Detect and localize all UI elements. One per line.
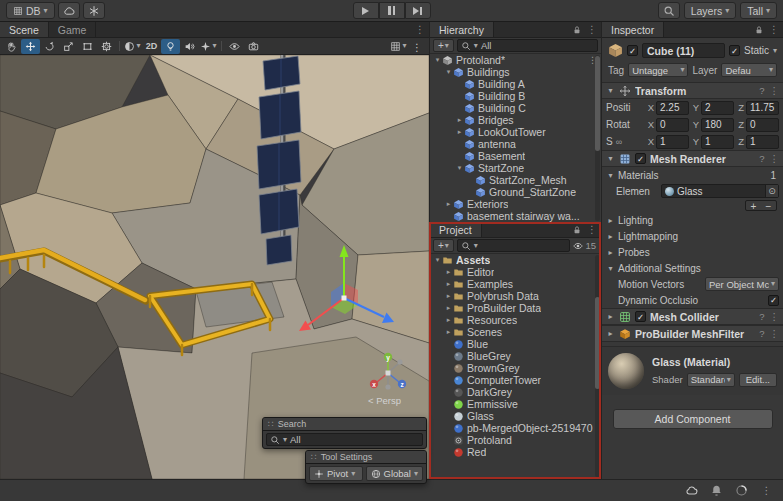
foldout-arrow[interactable]: ▸: [444, 268, 453, 276]
project-item-scenes[interactable]: ▸Scenes: [430, 326, 601, 338]
component-menu-icon[interactable]: ⋮: [770, 328, 780, 339]
rect-tool-icon[interactable]: [78, 39, 97, 54]
hierarchy-item-basement-stairway-wa[interactable]: basement stairway wa...: [430, 210, 601, 222]
shader-dropdown[interactable]: Standard▾: [687, 373, 735, 387]
static-checkbox[interactable]: [729, 45, 740, 56]
position-z-field[interactable]: 11.75: [746, 101, 779, 115]
foldout-arrow[interactable]: ▸: [606, 312, 615, 321]
foldout-arrow[interactable]: ▸: [444, 328, 453, 336]
project-item-darkgrey[interactable]: DarkGrey: [430, 386, 601, 398]
foldout-arrow[interactable]: ▾: [444, 68, 453, 76]
lighting-foldout[interactable]: ▸Lighting: [602, 212, 783, 228]
tab-game[interactable]: Game: [49, 22, 97, 37]
status-menu-icon[interactable]: ⋮: [760, 484, 773, 497]
gizmos-toggle-icon[interactable]: ▾: [389, 39, 408, 54]
rotate-tool-icon[interactable]: [40, 39, 59, 54]
effects-toggle-icon[interactable]: ▾: [199, 39, 218, 54]
rotation-y-field[interactable]: 180: [701, 118, 734, 132]
hidden-items-count[interactable]: 15: [573, 240, 598, 251]
audio-toggle-icon[interactable]: [180, 39, 199, 54]
scale-tool-icon[interactable]: [59, 39, 78, 54]
project-scrollbar[interactable]: [595, 255, 600, 477]
scene-search-field[interactable]: ▾ All: [266, 433, 423, 446]
rotation-z-field[interactable]: 0: [746, 118, 779, 132]
tab-project[interactable]: Project: [430, 222, 482, 237]
component-menu-icon[interactable]: ⋮: [770, 85, 780, 96]
hierarchy-item-startzone[interactable]: ▾StartZone: [430, 162, 601, 174]
tab-inspector[interactable]: Inspector: [602, 22, 664, 37]
tab-scene[interactable]: Scene: [0, 22, 49, 37]
edit-shader-button[interactable]: Edit...: [739, 373, 777, 387]
remove-material-button[interactable]: −: [761, 201, 776, 212]
add-component-button[interactable]: Add Component: [613, 409, 773, 429]
tag-dropdown[interactable]: Untagge▾: [628, 63, 688, 77]
search-button[interactable]: [658, 2, 680, 19]
component-menu-icon[interactable]: ⋮: [770, 153, 780, 164]
project-item-probuilder-data[interactable]: ▸ProBuilder Data: [430, 302, 601, 314]
panel-menu-icon[interactable]: ⋮: [587, 224, 597, 235]
mesh-renderer-header[interactable]: ▾ Mesh Renderer ?⋮: [602, 150, 783, 167]
layer-dropdown[interactable]: Defau▾: [721, 63, 777, 77]
scene-visibility-icon[interactable]: [225, 39, 244, 54]
foldout-arrow[interactable]: ▾: [455, 164, 464, 172]
panel-menu-icon[interactable]: ⋮: [415, 24, 425, 35]
project-item-computertower[interactable]: ComputerTower: [430, 374, 601, 386]
static-flags-caret[interactable]: ▾: [773, 47, 777, 55]
foldout-arrow[interactable]: ▸: [455, 128, 464, 136]
project-item-red[interactable]: Red: [430, 446, 601, 458]
scene-menu-icon[interactable]: ⋮: [408, 39, 427, 54]
panel-menu-icon[interactable]: ⋮: [587, 24, 597, 35]
project-item-assets[interactable]: ▾Assets: [430, 254, 601, 266]
motion-vectors-dropdown[interactable]: Per Object Mc▾: [705, 277, 779, 291]
help-icon[interactable]: ?: [759, 153, 764, 164]
project-item-polybrush-data[interactable]: ▸Polybrush Data: [430, 290, 601, 302]
step-button[interactable]: [405, 2, 431, 19]
lighting-toggle-icon[interactable]: [161, 39, 180, 54]
panel-menu-icon[interactable]: ⋮: [769, 24, 779, 35]
hierarchy-item-buildings[interactable]: ▾Buildings: [430, 66, 601, 78]
hierarchy-search-field[interactable]: ▾ All: [457, 39, 598, 52]
view-tool-icon[interactable]: [2, 39, 21, 54]
materials-foldout-row[interactable]: ▾ Materials 1: [602, 167, 783, 183]
foldout-arrow[interactable]: ▾: [433, 256, 442, 264]
foldout-arrow[interactable]: ▸: [444, 280, 453, 288]
active-checkbox[interactable]: [627, 45, 638, 56]
camera-settings-icon[interactable]: [244, 39, 263, 54]
create-object-button[interactable]: +▾: [433, 39, 454, 52]
perspective-label[interactable]: < Persp: [368, 395, 401, 406]
cloud-status-icon[interactable]: [685, 484, 698, 497]
help-icon[interactable]: ?: [759, 85, 764, 96]
scene-viewport[interactable]: y x z < Persp: [0, 55, 429, 479]
lock-icon[interactable]: [754, 25, 764, 35]
mesh-renderer-enabled-checkbox[interactable]: [635, 153, 646, 164]
gameobject-name-field[interactable]: Cube (11): [642, 43, 725, 58]
project-item-browngrey[interactable]: BrownGrey: [430, 362, 601, 374]
hierarchy-item-lookouttower[interactable]: ▸LookOutTower: [430, 126, 601, 138]
layers-dropdown[interactable]: Layers▾: [684, 2, 737, 19]
pause-button[interactable]: [379, 2, 405, 19]
position-y-field[interactable]: 2: [701, 101, 734, 115]
foldout-arrow[interactable]: ▾: [606, 86, 615, 95]
hierarchy-item-antenna[interactable]: antenna: [430, 138, 601, 150]
project-item-emmissive[interactable]: Emmissive: [430, 398, 601, 410]
pivot-mode-dropdown[interactable]: Pivot▾: [309, 466, 363, 481]
background-tasks-icon[interactable]: [735, 484, 748, 497]
hierarchy-item-building-a[interactable]: Building A: [430, 78, 601, 90]
tab-hierarchy[interactable]: Hierarchy: [430, 22, 494, 37]
project-item-pb-mergedobject-2519470[interactable]: pb-MergedObject-2519470: [430, 422, 601, 434]
help-icon[interactable]: ?: [759, 311, 764, 322]
project-search-field[interactable]: ▾: [457, 239, 571, 252]
play-button[interactable]: [353, 2, 379, 19]
scale-z-field[interactable]: 1: [746, 135, 779, 149]
lightmapping-foldout[interactable]: ▸Lightmapping: [602, 228, 783, 244]
services-button[interactable]: [83, 2, 105, 19]
project-item-glass[interactable]: Glass: [430, 410, 601, 422]
component-menu-icon[interactable]: ⋮: [770, 311, 780, 322]
cloud-button[interactable]: [58, 2, 80, 19]
foldout-arrow[interactable]: ▾: [606, 154, 615, 163]
notifications-icon[interactable]: [710, 484, 723, 497]
hierarchy-item-bridges[interactable]: ▸Bridges: [430, 114, 601, 126]
foldout-arrow[interactable]: ▸: [444, 304, 453, 312]
hierarchy-item-exteriors[interactable]: ▸Exteriors: [430, 198, 601, 210]
material-object-field[interactable]: Glass ⊙: [661, 184, 779, 198]
